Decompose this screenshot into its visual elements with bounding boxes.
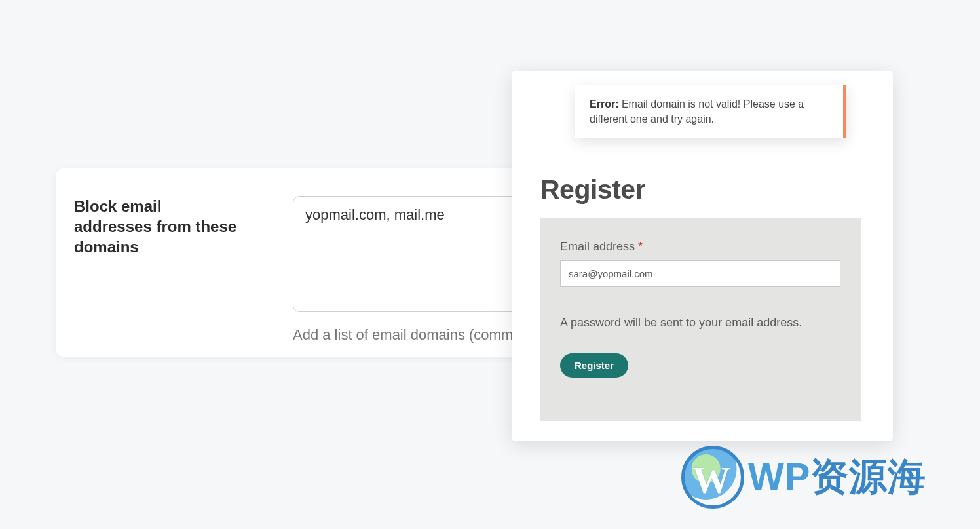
watermark-rest: 资源海 [810, 455, 926, 498]
error-message: Email domain is not valid! Please use a … [590, 98, 804, 125]
required-mark: * [638, 240, 643, 253]
error-notice: Error: Email domain is not valid! Please… [575, 85, 846, 138]
email-label-text: Email address [560, 240, 638, 253]
password-note: A password will be sent to your email ad… [560, 316, 841, 330]
wordpress-logo-icon: W [681, 446, 744, 509]
watermark-wp: WP [748, 455, 810, 498]
register-button[interactable]: Register [560, 353, 628, 378]
email-field[interactable] [560, 260, 840, 287]
block-domains-label: Block email addresses from these domains [74, 196, 240, 343]
register-form-panel: Email address * A password will be sent … [540, 218, 861, 421]
error-text: Error: Email domain is not valid! Please… [590, 96, 829, 127]
error-prefix: Error: [590, 98, 618, 109]
register-card: Error: Email domain is not valid! Please… [512, 71, 893, 441]
watermark: W WP资源海 [681, 446, 926, 509]
email-label: Email address * [560, 240, 841, 254]
watermark-text: WP资源海 [748, 452, 926, 503]
register-heading: Register [540, 174, 645, 205]
